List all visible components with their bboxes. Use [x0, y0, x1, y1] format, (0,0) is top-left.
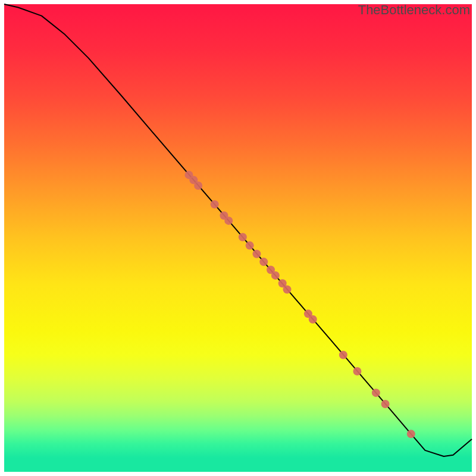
marker-point	[353, 367, 361, 375]
marker-point	[252, 250, 261, 258]
marker-point	[339, 351, 347, 359]
marker-point	[372, 389, 380, 397]
watermark-text: TheBottleneck.com	[358, 2, 470, 18]
marker-point	[246, 242, 254, 250]
marker-point	[407, 430, 415, 438]
chart-background	[4, 4, 472, 472]
marker-point	[211, 200, 219, 208]
marker-point	[194, 181, 202, 190]
chart-container: TheBottleneck.com	[0, 0, 476, 476]
marker-point	[309, 315, 317, 324]
marker-point	[239, 233, 247, 241]
marker-point	[271, 271, 280, 280]
marker-point	[224, 217, 233, 225]
marker-point	[283, 285, 292, 293]
chart-svg	[0, 0, 476, 476]
marker-point	[381, 400, 390, 408]
marker-point	[259, 258, 268, 266]
